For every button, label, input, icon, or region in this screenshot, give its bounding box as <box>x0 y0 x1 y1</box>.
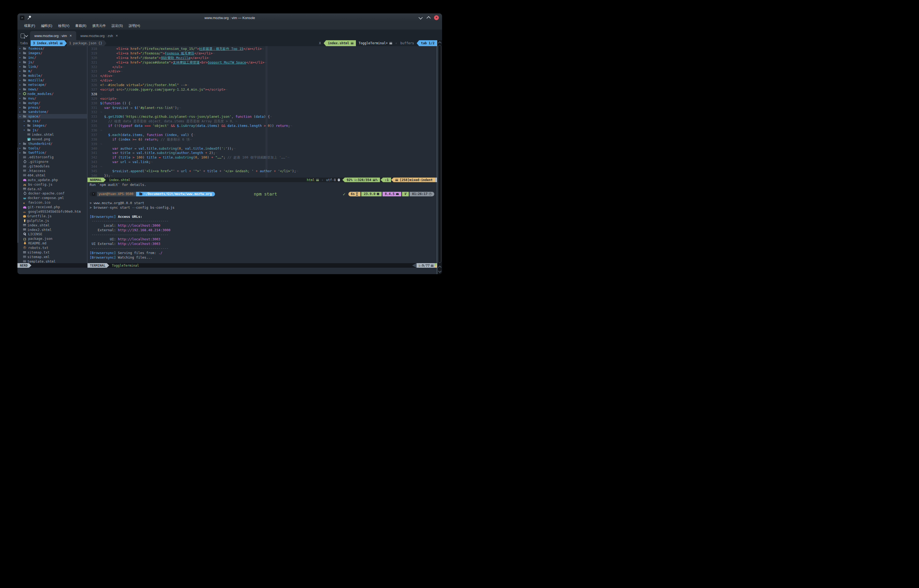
expander-arrow[interactable]: ▸ <box>23 120 28 122</box>
code-line[interactable]: 330$(function () {¬ <box>87 101 437 106</box>
code-line[interactable]: 323 </div>¬ <box>87 69 437 74</box>
code-line[interactable]: 321 <li><a href="/space#donate">支持摩茲工寮營運… <box>87 60 437 65</box>
tree-item[interactable]: ▸nvu/ <box>18 96 87 100</box>
code-line[interactable]: 332¬ <box>87 110 437 115</box>
code-line[interactable]: 344¬ <box>87 165 437 169</box>
tree-item[interactable]: ▸sandstone/ <box>18 110 87 114</box>
tree-item[interactable]: .gitmodules <box>18 164 87 168</box>
tree-item[interactable]: ▸thunderbird/ <box>18 141 87 146</box>
nerdtree-scrollbar[interactable] <box>18 147 18 243</box>
expander-arrow[interactable]: ▸ <box>19 110 23 113</box>
scrollbar-thumb[interactable] <box>438 45 441 263</box>
tree-item[interactable]: ▸link/ <box>18 65 87 69</box>
tree-item[interactable]: ▸mozilla/ <box>18 78 87 82</box>
editor-pane[interactable]: 318 <li><a href="/firefox/extension_top_… <box>87 46 437 263</box>
code-line[interactable]: 331 var $rssList = $('#planet-rss-list')… <box>87 106 437 110</box>
tree-item[interactable]: ▸mobile/ <box>18 73 87 78</box>
tree-item[interactable]: data.n3 <box>18 187 87 191</box>
code-line[interactable]: 333 $.getJSON('https://moztw.github.io/p… <box>87 115 437 119</box>
tree-item[interactable]: ▸js/ <box>18 60 87 65</box>
code-line[interactable]: 334 // 檢查 data 是否是個 object、data.items 是否… <box>87 119 437 124</box>
code-line[interactable]: 327<script src="//code.jquery.com/jquery… <box>87 87 437 92</box>
tree-item[interactable]: git-received.php <box>18 205 87 209</box>
tree-item[interactable]: index.shtml <box>18 223 87 228</box>
tree-item[interactable]: .editorconfig <box>18 155 87 159</box>
close-buffer-button[interactable]: X <box>316 40 324 46</box>
code-line[interactable]: 340 var author = val.title.substring(0, … <box>87 147 437 151</box>
tree-item[interactable]: ▸outgo/ <box>18 100 87 105</box>
vim-tab-2[interactable]: 1 package.json {} <box>67 40 107 46</box>
tree-item[interactable]: .gitignore <box>18 159 87 164</box>
konsole-tab[interactable]: www.moztw.org : vim× <box>30 31 76 40</box>
code-line[interactable]: 341 var title = val.title.substring(auth… <box>87 151 437 155</box>
tabline-current-buffer[interactable]: index.shtml <box>324 40 356 46</box>
tree-item[interactable]: gulpfile.js <box>18 218 87 223</box>
menu-item[interactable]: 檢視(V) <box>55 23 73 29</box>
menu-item[interactable]: 書籤(B) <box>72 23 89 29</box>
tree-item[interactable]: ▸press/ <box>18 105 87 110</box>
expander-arrow[interactable]: ▸ <box>23 129 28 131</box>
expander-arrow[interactable]: ▸ <box>19 65 23 68</box>
maximize-button[interactable] <box>427 16 431 20</box>
menu-item[interactable]: 說明(H) <box>126 23 143 29</box>
titlebar[interactable]: > www.moztw.org : vim — Konsole × <box>18 13 442 22</box>
code-line[interactable]: 318 <li><a href="/firefox/extension_top_… <box>87 47 437 51</box>
tree-item[interactable]: auto_update.php <box>18 178 87 182</box>
expander-arrow[interactable]: ▸ <box>19 147 23 149</box>
expander-arrow[interactable]: ▸ <box>19 106 23 109</box>
code-line[interactable]: 339¬ <box>87 142 437 147</box>
expander-arrow[interactable]: ▸ <box>19 88 23 90</box>
code-line[interactable]: 320 <li><a href="/donate">捐款贊助 Mozilla</… <box>87 56 437 60</box>
scroll-down-arrow-icon[interactable] <box>438 269 442 273</box>
code-line[interactable]: 342 if (title > 100) title = title.subst… <box>87 155 437 160</box>
code-line[interactable]: 336¬ <box>87 128 437 133</box>
tree-item[interactable]: sitemap.xml <box>18 255 87 259</box>
tree-item[interactable]: ▸m/ <box>18 69 87 73</box>
tree-item[interactable]: index2.shtml <box>18 228 87 232</box>
konsole-tab[interactable]: www.moztw.org : zsh× <box>76 31 122 40</box>
code-line[interactable]: 343 var url = val.link;¬ <box>87 160 437 165</box>
menu-item[interactable]: 編輯(E) <box>38 23 55 29</box>
tree-item[interactable]: favicon.ico <box>18 200 87 205</box>
expander-arrow[interactable]: ▸ <box>19 83 23 86</box>
tree-item[interactable]: ▸css/ <box>18 119 87 123</box>
expander-arrow[interactable]: ▸ <box>19 74 23 77</box>
tab-close-icon[interactable]: × <box>116 34 118 38</box>
code-line[interactable]: 328¬ <box>87 92 437 97</box>
code-line[interactable]: 345 $rssList.append('<li><a href="' + ur… <box>87 169 437 174</box>
tree-item[interactable]: ▸images/ <box>18 123 87 128</box>
tree-item[interactable]: ▸foxmosa/ <box>18 46 87 51</box>
tree-item[interactable]: bs-config.js <box>18 182 87 187</box>
tree-item[interactable]: ▸js/ <box>18 128 87 132</box>
scroll-up-arrow-icon[interactable] <box>438 266 442 269</box>
tree-item[interactable]: google955345b65bfc90e0.htm <box>18 209 87 214</box>
expander-arrow[interactable]: ▸ <box>19 92 23 95</box>
tab-close-icon[interactable]: × <box>70 34 72 38</box>
tree-item[interactable]: ▸twoffice/ <box>18 150 87 155</box>
tree-item[interactable]: ▸node_modules/ <box>18 92 87 96</box>
scroll-up-arrow-icon[interactable] <box>438 41 442 45</box>
expander-arrow[interactable]: ▸ <box>23 124 28 127</box>
tree-item[interactable]: ▾space/ <box>18 114 87 119</box>
expander-arrow[interactable]: ▸ <box>19 52 23 54</box>
code-line[interactable]: 325</div>¬ <box>87 78 437 83</box>
code-line[interactable]: 337 $.each(data.items, function (index, … <box>87 133 437 137</box>
code-line[interactable]: 329<script>¬ <box>87 97 437 101</box>
tree-item[interactable]: ▸inc/ <box>18 55 87 60</box>
menu-item[interactable]: 設定(S) <box>109 23 126 29</box>
command-line-area[interactable] <box>18 268 437 274</box>
new-tab-button[interactable] <box>21 34 28 38</box>
menu-item[interactable]: 擴充元件 <box>89 23 109 29</box>
tree-item[interactable]: README.md <box>18 241 87 246</box>
expander-arrow[interactable]: ▸ <box>19 102 23 104</box>
code-line[interactable]: 324</div>¬ <box>87 74 437 78</box>
tree-item[interactable]: package.json <box>18 236 87 241</box>
tree-item[interactable]: index.shtml <box>18 132 87 137</box>
code-line[interactable]: 335 if (!(typeof data === 'object' && $.… <box>87 124 437 128</box>
expander-arrow[interactable]: ▸ <box>19 61 23 63</box>
expander-arrow[interactable]: ▸ <box>19 151 23 154</box>
code-line[interactable]: 326<!--#include virtual="/inc/footer.htm… <box>87 83 437 87</box>
code-line[interactable]: 338 if (index >= 6) return; // 最多顯示 6 項¬ <box>87 137 437 142</box>
close-button[interactable]: × <box>434 15 439 20</box>
expander-arrow[interactable]: ▸ <box>19 70 23 73</box>
